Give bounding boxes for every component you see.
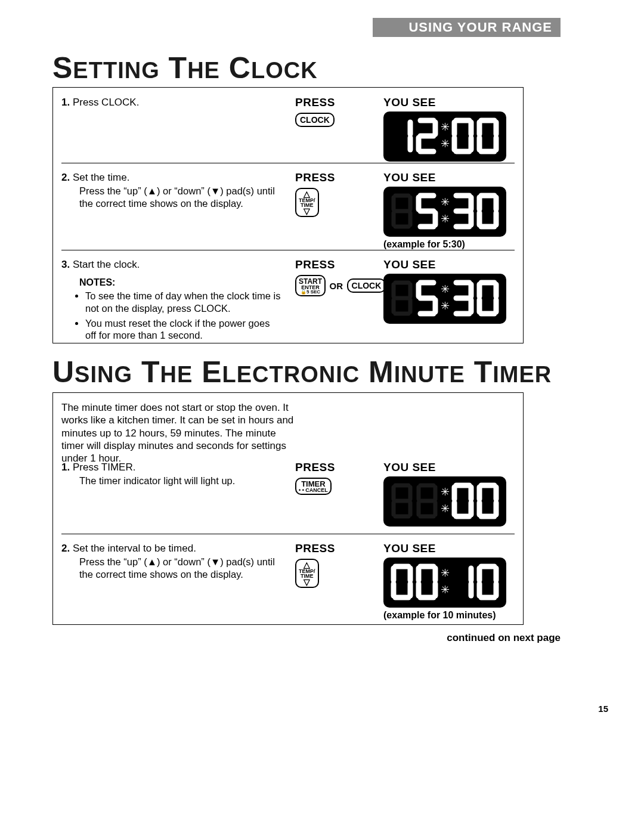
- press-label: PRESS: [295, 171, 379, 184]
- section-header-bar: USING YOUR RANGE: [373, 18, 561, 37]
- step-text: Set the interval to be timed.: [73, 543, 196, 554]
- temp-time-button[interactable]: △ TEMP/ TIME ▽: [295, 188, 319, 217]
- press-label: PRESS: [295, 258, 379, 271]
- timer-button[interactable]: TIMER • • CANCEL: [295, 478, 332, 495]
- clock-button[interactable]: CLOCK: [347, 278, 386, 293]
- page-number: 15: [598, 704, 608, 714]
- svg-text:✳: ✳: [441, 138, 450, 150]
- svg-text:✳: ✳: [441, 121, 450, 133]
- step-number: 1.: [61, 462, 70, 473]
- display-530b: ✳ ✳: [383, 274, 506, 324]
- svg-text:✳: ✳: [441, 567, 450, 579]
- step-text: Press TIMER.: [73, 462, 135, 473]
- svg-text:✳: ✳: [441, 283, 450, 295]
- note-item: To see the time of day when the clock ti…: [85, 290, 282, 314]
- start-enter-button[interactable]: START ENTER 🔒5 SEC: [295, 275, 326, 296]
- step-number: 3.: [61, 259, 70, 270]
- or-label: OR: [330, 281, 343, 291]
- step-subtext: Press the “up” (▲) or “down” (▼) pad(s) …: [79, 556, 276, 580]
- display-caption: (example for 10 minutes): [383, 610, 506, 621]
- press-label: PRESS: [295, 461, 379, 474]
- svg-text:✳: ✳: [441, 503, 450, 515]
- svg-text:✳: ✳: [441, 486, 450, 498]
- svg-text:✳: ✳: [441, 300, 450, 312]
- you-see-label: YOU SEE: [383, 171, 506, 184]
- display-0010: ✳ ✳: [383, 558, 506, 608]
- step-subtext: Press the “up” (▲) or “down” (▼) pad(s) …: [79, 185, 276, 209]
- display-1200: ✳ ✳: [383, 112, 506, 162]
- svg-text:✳: ✳: [441, 213, 450, 225]
- notes-heading: NOTES:: [79, 277, 282, 289]
- section-title-minute-timer: USING THE ELECTRONIC MINUTE TIMER: [52, 355, 552, 389]
- step-text: Set the time.: [73, 172, 129, 183]
- instructions-box-timer: The minute timer does not start or stop …: [52, 392, 524, 625]
- step-text: Press CLOCK.: [73, 97, 139, 108]
- section-intro: The minute timer does not start or stop …: [61, 402, 293, 464]
- step-text: Start the clock.: [73, 259, 140, 270]
- svg-text:✳: ✳: [441, 584, 450, 596]
- svg-text:✳: ✳: [441, 196, 450, 208]
- display-caption: (example for 5:30): [383, 239, 506, 250]
- you-see-label: YOU SEE: [383, 96, 506, 109]
- step-number: 1.: [61, 97, 70, 108]
- you-see-label: YOU SEE: [383, 461, 506, 474]
- step-number: 2.: [61, 543, 70, 554]
- display-00: ✳ ✳: [383, 476, 506, 527]
- you-see-label: YOU SEE: [383, 542, 506, 555]
- press-label: PRESS: [295, 542, 379, 555]
- instructions-box-clock: 1. Press CLOCK. PRESS CLOCK YOU SEE ✳ ✳ …: [52, 87, 524, 343]
- temp-time-button[interactable]: △ TEMP/ TIME ▽: [295, 559, 319, 588]
- clock-button[interactable]: CLOCK: [295, 113, 335, 127]
- you-see-label: YOU SEE: [383, 258, 506, 271]
- step-number: 2.: [61, 172, 70, 183]
- continued-label: continued on next page: [447, 632, 561, 644]
- display-530: ✳ ✳: [383, 187, 506, 237]
- press-label: PRESS: [295, 96, 379, 109]
- note-item: You must reset the clock if the power go…: [85, 317, 282, 342]
- step-subtext: The timer indicator light will light up.: [79, 475, 276, 487]
- section-title-setting-clock: SETTING THE CLOCK: [52, 51, 318, 85]
